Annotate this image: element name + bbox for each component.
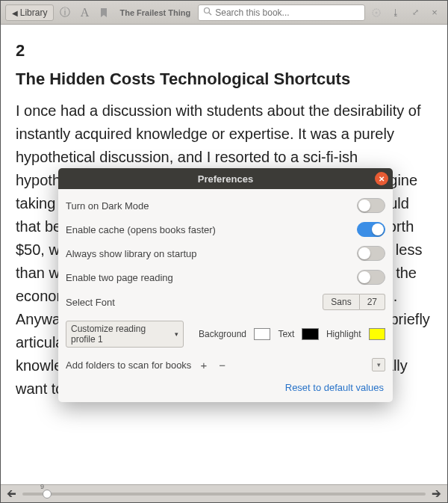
dialog-titlebar: Preferences ✕ (58, 168, 393, 189)
cache-toggle[interactable] (357, 222, 385, 237)
folders-label: Add folders to scan for books (66, 359, 191, 371)
dark-mode-toggle[interactable] (357, 198, 385, 213)
search-input[interactable] (215, 7, 360, 18)
font-label: Select Font (66, 297, 115, 308)
gear-icon[interactable] (368, 4, 385, 21)
highlight-swatch[interactable] (369, 328, 385, 340)
fullscreen-icon[interactable]: ⤢ (407, 4, 423, 21)
info-icon[interactable]: ⓘ (57, 4, 73, 21)
preferences-dialog: Preferences ✕ Turn on Dark Mode Enable c… (58, 168, 393, 402)
slider-thumb[interactable] (43, 490, 52, 499)
two-page-toggle[interactable] (357, 270, 385, 285)
font-name-button[interactable]: Sans (323, 294, 359, 310)
remove-folder-button[interactable]: − (216, 359, 228, 371)
footer-bar: 🡨 9 🡪 (1, 484, 447, 502)
chevron-down-icon: ▾ (175, 330, 178, 338)
chapter-title: The Hidden Costs Technological Shortcuts (16, 67, 432, 92)
font-icon[interactable]: A (76, 4, 93, 21)
library-button[interactable]: ◀ Library (5, 4, 54, 21)
bookmark-icon[interactable] (96, 4, 112, 21)
profile-select[interactable]: Customize reading profile 1 ▾ (66, 321, 184, 348)
book-title: The Frailest Thing (119, 8, 190, 17)
text-swatch[interactable] (302, 328, 318, 340)
close-icon[interactable]: ✕ (375, 172, 388, 185)
chapter-number: 2 (16, 38, 432, 64)
search-box[interactable] (198, 4, 365, 21)
progress-slider[interactable]: 9 (22, 493, 426, 496)
page-number: 9 (40, 483, 44, 490)
add-folder-button[interactable]: + (197, 359, 210, 371)
folder-dropdown[interactable]: ▾ (372, 358, 385, 371)
text-label: Text (278, 329, 294, 339)
two-page-label: Enable two page reading (66, 272, 173, 283)
startup-label: Always show library on startup (66, 248, 197, 259)
dialog-title: Preferences (198, 173, 253, 185)
bg-swatch[interactable] (254, 328, 270, 340)
close-window-icon[interactable]: × (426, 4, 443, 21)
startup-toggle[interactable] (357, 246, 385, 261)
search-icon (203, 7, 212, 18)
reset-link[interactable]: Reset to default values (66, 376, 385, 395)
svg-point-3 (376, 11, 378, 13)
cache-label: Enable cache (opens books faster) (66, 224, 216, 235)
bg-label: Background (199, 329, 246, 339)
svg-point-0 (205, 8, 210, 13)
toolbar: ◀ Library ⓘ A The Frailest Thing ⭳ ⤢ × (1, 1, 447, 25)
dark-mode-label: Turn on Dark Mode (66, 200, 149, 212)
font-size-button[interactable]: 27 (360, 294, 385, 310)
next-page-arrow[interactable]: 🡪 (432, 488, 441, 499)
prev-page-arrow[interactable]: 🡨 (7, 488, 16, 499)
svg-line-1 (209, 13, 211, 15)
download-icon[interactable]: ⭳ (388, 4, 404, 21)
highlight-label: Highlight (326, 329, 361, 339)
